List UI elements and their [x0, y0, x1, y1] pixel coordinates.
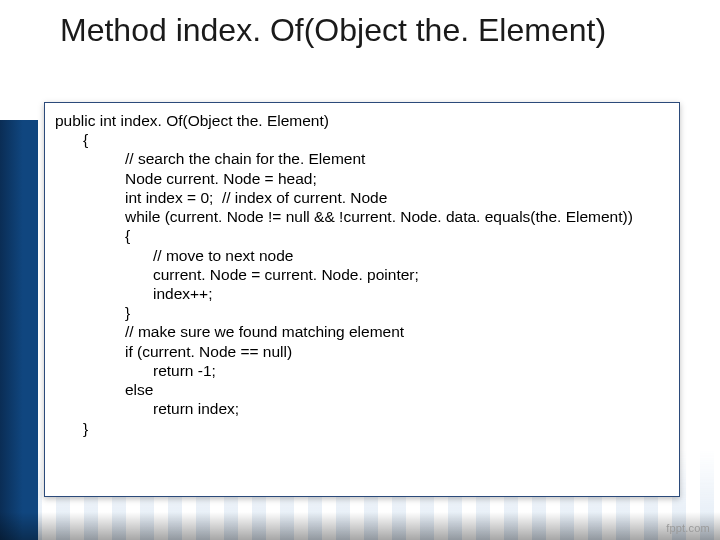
code-listing: public int index. Of(Object the. Element…: [55, 111, 669, 438]
code-line: else: [125, 381, 153, 398]
code-line: return index;: [153, 400, 239, 417]
code-line: if (current. Node == null): [125, 343, 292, 360]
code-close-brace: }: [83, 420, 88, 437]
code-line: current. Node = current. Node. pointer;: [153, 266, 419, 283]
code-signature: public int index. Of(Object the. Element…: [55, 112, 329, 129]
code-line: }: [125, 304, 130, 321]
code-line: return -1;: [153, 362, 216, 379]
code-open-brace: {: [83, 131, 88, 148]
watermark: fppt.com: [666, 522, 710, 534]
code-line: Node current. Node = head;: [125, 170, 317, 187]
decor-blue-band: [0, 120, 38, 540]
code-box: public int index. Of(Object the. Element…: [44, 102, 680, 497]
decor-bottom-shadow: [0, 512, 720, 540]
code-line: index++;: [153, 285, 212, 302]
slide: Method index. Of(Object the. Element) pu…: [0, 0, 720, 540]
code-line: {: [125, 227, 130, 244]
code-line: while (current. Node != null && !current…: [125, 208, 633, 225]
code-line: int index = 0; // index of current. Node: [125, 189, 387, 206]
code-line: // search the chain for the. Element: [125, 150, 365, 167]
code-line: // make sure we found matching element: [125, 323, 404, 340]
code-line: // move to next node: [153, 247, 293, 264]
page-title: Method index. Of(Object the. Element): [60, 12, 700, 49]
